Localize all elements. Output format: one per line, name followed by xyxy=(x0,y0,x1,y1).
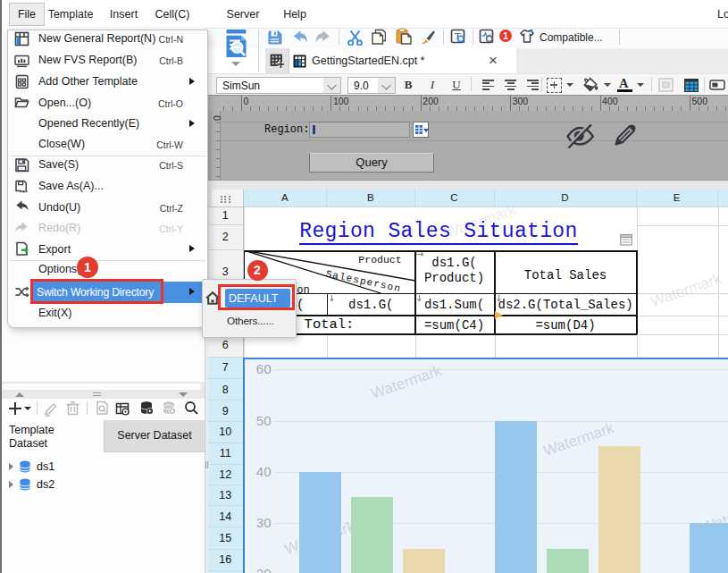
menu-item-add-other-template[interactable]: Add Other Template xyxy=(8,72,206,92)
tshirt-icon[interactable] xyxy=(519,29,535,44)
menubar-item-template[interactable]: Template xyxy=(44,3,97,26)
column-header-B[interactable]: B xyxy=(327,190,415,206)
align-right-icon[interactable] xyxy=(527,80,539,90)
menubar-item-help[interactable]: Help xyxy=(272,3,317,26)
row-header-7[interactable]: 7 xyxy=(208,358,244,380)
close-icon[interactable]: × xyxy=(486,53,500,68)
column-header-C[interactable]: C xyxy=(415,190,495,206)
db-disconnect-icon[interactable] xyxy=(162,400,176,416)
submenu-item-others[interactable]: Others...... xyxy=(227,315,274,327)
menu-item-options[interactable]: Options( xyxy=(8,258,206,279)
panel-splitter[interactable] xyxy=(0,382,205,399)
splitter-collapse-down-icon[interactable] xyxy=(179,392,188,397)
tab-server-dataset[interactable]: Server Dataset xyxy=(105,420,205,452)
panel-resize-grip[interactable] xyxy=(205,461,206,468)
hide-parameter-icon[interactable] xyxy=(565,122,596,151)
menu-item-redo-r[interactable]: Redo(R)Ctrl-Y xyxy=(8,218,206,239)
tab-title[interactable]: GettingStartedEN.cpt * xyxy=(312,55,424,67)
search-icon[interactable] xyxy=(184,400,198,415)
chevron-down-icon[interactable] xyxy=(566,83,573,87)
report-data-dropdown-caret[interactable] xyxy=(231,62,240,66)
delete-trash-icon[interactable] xyxy=(65,400,80,416)
font-color-icon[interactable]: A xyxy=(617,76,632,92)
edit-pencil-icon[interactable] xyxy=(44,401,59,417)
bold-button[interactable]: B xyxy=(401,77,415,93)
row-header-1[interactable]: 1 xyxy=(208,207,244,225)
sheet-grid-button[interactable] xyxy=(265,48,289,73)
notification-badge[interactable]: 1 xyxy=(499,29,512,42)
data-preview-icon[interactable] xyxy=(479,29,495,45)
region-input[interactable] xyxy=(309,122,410,138)
row-header-15[interactable]: 15 xyxy=(208,527,244,550)
align-center-icon[interactable] xyxy=(505,80,516,90)
splitter-handle-icon[interactable] xyxy=(93,395,101,396)
menu-item-exit-x[interactable]: Exit(X) xyxy=(8,302,206,323)
splitter-collapse-up-icon[interactable] xyxy=(15,392,24,397)
menubar-item-server[interactable]: Server xyxy=(215,3,271,26)
align-left-icon[interactable] xyxy=(482,80,494,90)
region-dropdown-button[interactable] xyxy=(413,122,429,138)
fill-color-icon[interactable] xyxy=(582,77,599,93)
db-run-icon[interactable] xyxy=(139,400,154,416)
tree-expand-caret[interactable] xyxy=(9,481,13,488)
save-icon[interactable] xyxy=(267,29,282,45)
row-header-9[interactable]: 9 xyxy=(208,400,244,422)
menubar-right-truncated-label[interactable]: Lo xyxy=(717,8,728,21)
widget-settings-icon[interactable] xyxy=(709,80,725,90)
menu-item-undo-u[interactable]: Undo(U)Ctrl-Z xyxy=(8,197,206,217)
splitter-pill[interactable] xyxy=(2,383,201,391)
menu-item-new-general-report-n[interactable]: New General Report(N)Ctrl-N xyxy=(8,29,206,49)
undo-icon[interactable] xyxy=(292,29,307,44)
border-settings-icon[interactable] xyxy=(547,78,562,93)
menu-item-save-as-a[interactable]: Save As(A)... xyxy=(8,176,206,197)
menu-item-close-w[interactable]: Close(W)Ctrl-W xyxy=(8,134,206,155)
menu-item-new-fvs-report-b[interactable]: New FVS Report(B)Ctrl-B xyxy=(8,50,206,71)
row-header-10[interactable]: 10 xyxy=(208,422,244,443)
paste-icon[interactable] xyxy=(395,28,412,45)
tab-template-dataset[interactable]: TemplateDataset xyxy=(0,420,105,452)
row-header-12[interactable]: 12 xyxy=(208,465,244,486)
menu-item-export[interactable]: Export xyxy=(8,239,206,259)
tree-expand-caret[interactable] xyxy=(9,463,13,470)
copy-icon[interactable] xyxy=(371,29,386,45)
template-preview-icon[interactable]: T xyxy=(450,29,466,45)
panel-resize-grip[interactable] xyxy=(207,461,208,468)
menubar-item-insert[interactable]: Insert xyxy=(103,3,145,26)
dataset-config-icon[interactable] xyxy=(115,401,130,416)
row-header-8[interactable]: 8 xyxy=(208,379,244,400)
splitter-handle-icon[interactable] xyxy=(93,392,101,393)
menu-item-open-o[interactable]: Open...(O)Ctrl-O xyxy=(8,92,206,113)
menu-item-save-s[interactable]: Save(S)Ctrl-S xyxy=(8,155,206,175)
row-header-16[interactable]: 16 xyxy=(208,550,244,572)
redo-icon[interactable] xyxy=(315,29,331,44)
cell-style-icon[interactable] xyxy=(683,78,699,93)
report-file-icon[interactable] xyxy=(293,55,306,68)
column-header-E[interactable]: E xyxy=(637,190,718,206)
chevron-down-icon[interactable] xyxy=(637,83,644,87)
font-name-select[interactable]: SimSun xyxy=(216,77,341,94)
menubar-item-file[interactable]: File xyxy=(9,3,45,26)
column-header-A[interactable]: A xyxy=(244,190,328,206)
report-data-icon[interactable] xyxy=(224,29,248,57)
menubar-item-cellc[interactable]: Cell(C) xyxy=(146,3,198,26)
edit-parameter-icon[interactable] xyxy=(610,122,639,150)
tree-item-ds1[interactable]: ds1 xyxy=(0,458,205,476)
font-size-select[interactable]: 9.0 xyxy=(347,77,396,94)
italic-button[interactable]: I xyxy=(425,77,439,93)
tree-item-ds2[interactable]: ds2 xyxy=(0,476,205,493)
chart-element[interactable]: 6050403020WatermarkWatermarkWatermarkWat… xyxy=(243,358,728,573)
menu-item-opened-recently-e[interactable]: Opened Recently(E) xyxy=(8,114,206,134)
preview-dataset-icon[interactable] xyxy=(95,400,109,416)
merge-cells-icon[interactable] xyxy=(658,78,674,92)
chevron-down-icon[interactable] xyxy=(604,83,611,87)
add-dataset-caret[interactable] xyxy=(24,407,31,410)
row-header-2[interactable]: 2 xyxy=(208,225,244,251)
compatible-button[interactable]: Compatible... xyxy=(540,31,603,44)
row-header-14[interactable]: 14 xyxy=(208,506,244,527)
row-header-13[interactable]: 13 xyxy=(208,485,244,506)
cut-icon[interactable] xyxy=(347,29,364,46)
add-dataset-icon[interactable] xyxy=(8,401,22,416)
row-header-11[interactable]: 11 xyxy=(208,443,244,465)
query-button[interactable]: Query xyxy=(309,153,434,173)
underline-button[interactable]: U xyxy=(449,77,464,93)
